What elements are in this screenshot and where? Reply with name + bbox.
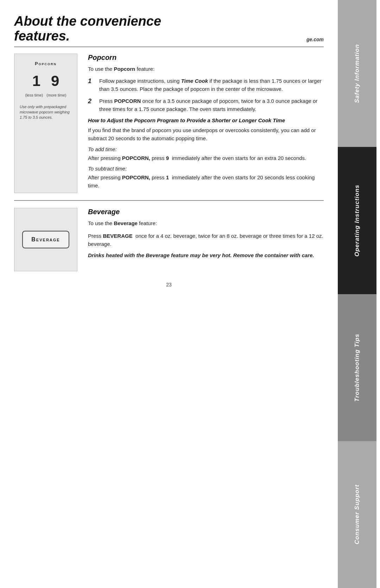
safety-label: Safety Information	[354, 41, 361, 106]
less-time-label: (less time)	[25, 93, 43, 97]
beverage-intro: To use the Beverage feature:	[88, 219, 324, 228]
popcorn-step-1: 1 Follow package instructions, using Tim…	[88, 77, 324, 93]
popcorn-heading: Popcorn	[88, 54, 324, 62]
popcorn-panel-label: Popcorn	[35, 61, 57, 66]
popcorn-image-panel: Popcorn 1 9 (less time) (more time) Use …	[14, 54, 77, 193]
sidebar-safety: Safety Information	[338, 0, 376, 147]
beverage-button-display: Beverage	[22, 231, 69, 248]
beverage-heading: Beverage	[88, 208, 324, 216]
step-2-text: Press POPCORN once for a 3.5 ounce packa…	[99, 97, 324, 113]
step-2-number: 2	[88, 98, 95, 105]
popcorn-section: Popcorn 1 9 (less time) (more time) Use …	[14, 54, 324, 193]
main-content: About the convenience features. ge.com P…	[0, 0, 338, 588]
to-add-label: To add time:	[88, 146, 324, 152]
beverage-section: Beverage Beverage To use the Beverage fe…	[14, 208, 324, 271]
page-title: About the convenience features.	[14, 14, 161, 44]
to-subtract-body: After pressing POPCORN, press 1 immediat…	[88, 173, 324, 190]
popcorn-intro: To use the Popcorn feature:	[88, 65, 324, 73]
adjust-body: If you find that the brand of popcorn yo…	[88, 126, 324, 143]
beverage-body: Press BEVERAGE once for a 4 oz. beverage…	[88, 232, 324, 248]
right-sidebar: Safety Information Operating Instruction…	[338, 0, 376, 588]
popcorn-sublabels: (less time) (more time)	[25, 93, 66, 97]
to-subtract-label: To subtract time:	[88, 166, 324, 172]
sidebar-consumer: Consumer Support	[338, 441, 376, 588]
sidebar-operating: Operating Instructions	[338, 147, 376, 294]
popcorn-text-area: Popcorn To use the Popcorn feature: 1 Fo…	[88, 54, 324, 193]
page-header: About the convenience features. ge.com	[14, 14, 324, 47]
page-number: 23	[14, 282, 324, 287]
popcorn-numbers: 1 9	[32, 73, 59, 89]
step-1-number: 1	[88, 78, 95, 85]
consumer-label: Consumer Support	[354, 481, 361, 548]
troubleshooting-label: Troubleshooting Tips	[354, 330, 361, 405]
website-label: ge.com	[306, 37, 324, 42]
popcorn-number-9: 9	[51, 73, 59, 89]
section-divider	[14, 200, 324, 201]
beverage-image-panel: Beverage	[14, 208, 77, 271]
beverage-text-area: Beverage To use the Beverage feature: Pr…	[88, 208, 324, 271]
step-1-text: Follow package instructions, using Time …	[99, 77, 324, 93]
to-add-body: After pressing POPCORN, press 9 immediat…	[88, 154, 324, 162]
operating-label: Operating Instructions	[354, 181, 361, 260]
more-time-label: (more time)	[46, 93, 66, 97]
popcorn-number-1: 1	[32, 73, 40, 89]
popcorn-step-2: 2 Press POPCORN once for a 3.5 ounce pac…	[88, 97, 324, 113]
sidebar-troubleshooting: Troubleshooting Tips	[338, 294, 376, 441]
popcorn-img-caption: Use only with prepackaged microwave popc…	[20, 104, 72, 120]
adjust-heading: How to Adjust the Popcorn Program to Pro…	[88, 117, 324, 123]
beverage-warning: Drinks heated with the Beverage feature …	[88, 252, 324, 260]
